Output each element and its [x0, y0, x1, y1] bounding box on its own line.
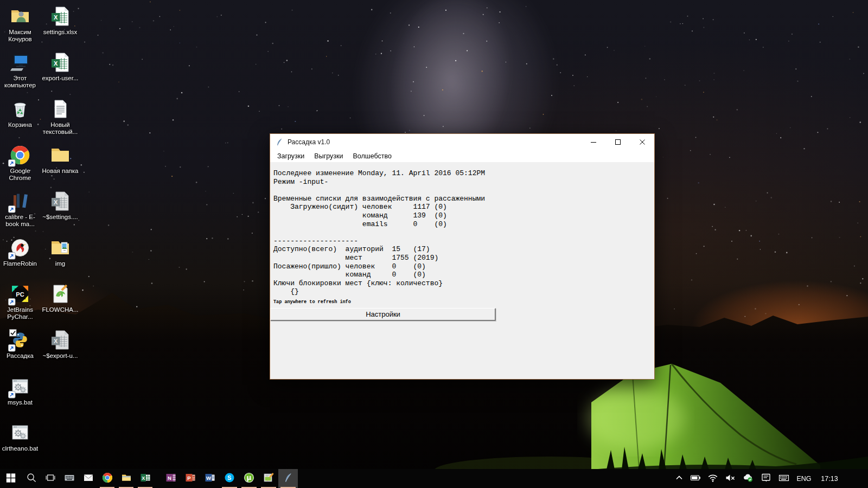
minimize-button[interactable]: [581, 134, 605, 150]
text-file-icon: [49, 98, 71, 120]
desktop-icon-label: Корзина: [1, 121, 40, 129]
svg-text:X: X: [54, 14, 58, 21]
shortcut-arrow-icon: [8, 344, 16, 352]
npp-icon: [263, 472, 274, 485]
skype-icon: S: [224, 472, 235, 485]
system-tray: ENG17:13: [672, 469, 868, 488]
desktop-icon-label: Максим Кочуров: [1, 29, 40, 43]
task-view-icon: [45, 472, 56, 485]
word-icon: W: [205, 472, 215, 485]
desktop-icon-calibre[interactable]: calibre - E-book ma...: [1, 190, 40, 228]
desktop-icon-label: Этот компьютер: [1, 75, 40, 89]
tray-onedrive-cloud-button[interactable]: [739, 469, 757, 488]
python-icon: [283, 472, 293, 485]
folder-icon: [49, 144, 71, 166]
tray-action-center-button[interactable]: [757, 469, 775, 488]
menu-item-3[interactable]: Волшебство: [348, 151, 397, 161]
svg-text:X: X: [54, 338, 58, 344]
taskbar-utorrent-button[interactable]: µ: [239, 469, 259, 488]
desktop-icon-bat-file[interactable]: msys.bat: [1, 376, 40, 406]
window-titlebar[interactable]: Рассадка v1.0: [270, 134, 654, 150]
desktop-icon-user-folder[interactable]: Максим Кочуров: [1, 5, 40, 43]
touch-keyboard-icon: [778, 472, 789, 485]
desktop-icon-excel-file[interactable]: Xsettings.xlsx: [41, 5, 80, 36]
taskbar-notepad-plus-plus-button[interactable]: [259, 469, 278, 488]
taskbar-powerpoint-button[interactable]: P: [181, 469, 200, 488]
desktop-icon-label: FlameRobin: [1, 260, 40, 267]
taskbar-start-button[interactable]: [0, 469, 22, 488]
desktop-icon-excel-temp[interactable]: X~$export-u...: [41, 329, 80, 359]
window-menubar: ЗагрузкиВыгрузкиВолшебство: [270, 150, 654, 162]
taskbar-word-button[interactable]: W: [200, 469, 220, 488]
excel-temp-icon: X: [49, 329, 71, 351]
user-folder-icon: [9, 5, 31, 27]
taskbar-touch-keyboard-app-button[interactable]: [60, 469, 79, 488]
desktop-icon-text-file[interactable]: Новый текстовый...: [41, 98, 80, 136]
status-text[interactable]: Последнее изменение Monday, 11. April 20…: [270, 162, 654, 296]
flamerobin-icon: [9, 237, 31, 259]
taskbar-mail-button[interactable]: [79, 469, 98, 488]
desktop-icon-label: img: [41, 260, 80, 267]
hidden-icons-chevron-icon: [674, 472, 685, 485]
tray-touch-keyboard-button[interactable]: [775, 469, 793, 488]
tray-wifi-button[interactable]: [704, 469, 722, 488]
desktop-icon-folder[interactable]: Новая папка: [41, 144, 80, 175]
close-button[interactable]: [630, 134, 654, 150]
tray-hidden-icons-chevron-button[interactable]: [672, 469, 687, 488]
shortcut-arrow-icon: [8, 206, 16, 213]
desktop-icon-chrome[interactable]: Google Chrome: [1, 144, 40, 182]
maximize-button[interactable]: [605, 134, 630, 150]
svg-text:X: X: [54, 60, 58, 67]
desktop-icon-label: settings.xlsx: [41, 29, 80, 36]
desktop-icon-label: JetBrains PyChar...: [1, 306, 40, 320]
desktop-icon-label: export-user...: [41, 75, 80, 82]
tray-volume-muted-button[interactable]: [722, 469, 739, 488]
taskbar-onenote-button[interactable]: N: [161, 469, 181, 488]
settings-button[interactable]: Настройки: [270, 308, 496, 321]
clock[interactable]: 17:13: [815, 469, 844, 488]
taskbar-search-button[interactable]: [22, 469, 41, 488]
chrome-icon: [9, 144, 31, 166]
desktop-icon-npp-file[interactable]: FLOWCHA...: [41, 283, 80, 313]
excel-temp-icon: X: [49, 190, 71, 212]
menu-item-2[interactable]: Выгрузки: [309, 151, 348, 161]
desktop-icon-img-folder[interactable]: img: [41, 237, 80, 267]
desktop-icon-flamerobin[interactable]: FlameRobin: [1, 237, 40, 267]
desktop-icon-pycharm[interactable]: PCJetBrains PyChar...: [1, 283, 40, 320]
recycle-bin-icon: [9, 98, 31, 120]
svg-text:X: X: [142, 475, 145, 480]
desktop-icon-excel-temp[interactable]: X~$settings....: [41, 190, 80, 221]
taskbar-file-explorer-button[interactable]: [117, 469, 136, 488]
window-content[interactable]: Последнее изменение Monday, 11. April 20…: [270, 162, 654, 379]
python-feather-icon: [275, 138, 284, 146]
desktop-icon-excel-file[interactable]: Xexport-user...: [41, 52, 80, 82]
svg-text:X: X: [54, 199, 58, 206]
onenote-icon: N: [165, 472, 176, 485]
language-indicator[interactable]: ENG: [793, 469, 815, 488]
taskbar-task-view-button[interactable]: [41, 469, 60, 488]
desktop-icon-label: ~$export-u...: [41, 352, 80, 359]
desktop-icon-python-file[interactable]: Рассадка: [1, 329, 40, 359]
desktop-icon-bat-file[interactable]: clrtheano.bat: [1, 422, 40, 452]
search-icon: [26, 472, 37, 485]
taskbar-skype-button[interactable]: S: [220, 469, 239, 488]
taskbar-excel-button[interactable]: X: [136, 469, 155, 488]
img-folder-icon: [49, 237, 71, 259]
desktop-icon-label: Рассадка: [1, 352, 40, 359]
utorrent-icon: µ: [244, 472, 254, 485]
tray-battery-button[interactable]: [687, 469, 704, 488]
desktop-icon-recycle-bin[interactable]: Корзина: [1, 98, 40, 129]
desktop-icon-computer[interactable]: Этот компьютер: [1, 52, 40, 89]
menu-item-1[interactable]: Загрузки: [272, 151, 309, 161]
taskbar-python-rassadka-button[interactable]: [278, 469, 298, 488]
desktop-icon-label: calibre - E-book ma...: [1, 214, 40, 228]
computer-icon: [9, 52, 31, 73]
svg-text:W: W: [206, 474, 211, 480]
action-center-icon: [761, 472, 771, 485]
desktop-icon-label: clrtheano.bat: [1, 445, 40, 452]
desktop[interactable]: Максим КочуровЭтот компьютерКорзина Goog…: [0, 0, 868, 488]
app-window-rassadka[interactable]: Рассадка v1.0 ЗагрузкиВыгрузкиВолшебство…: [270, 133, 655, 380]
shortcut-arrow-icon: [8, 159, 16, 167]
onedrive-cloud-icon: [743, 472, 754, 485]
taskbar-chrome-button[interactable]: [98, 469, 117, 488]
